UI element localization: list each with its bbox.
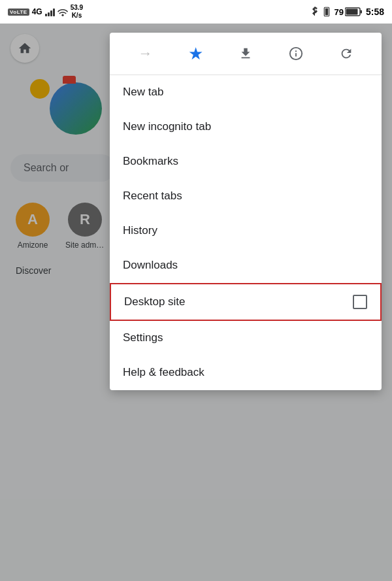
download-icon [238,46,253,61]
menu-item-bookmarks[interactable]: Bookmarks [110,144,382,179]
desktop-site-label: Desktop site [124,295,186,308]
info-icon [289,46,303,61]
status-bar: VoLTE 4G 53.9 K/s 79 [0,0,392,24]
time: 5:58 [366,7,384,17]
battery-percent: 79 [335,7,344,17]
info-button[interactable] [283,41,309,67]
svg-rect-3 [346,9,357,15]
svg-rect-4 [360,10,362,14]
recent-tabs-label: Recent tabs [123,190,182,203]
menu-item-recent-tabs[interactable]: Recent tabs [110,179,382,214]
battery-indicator: 79 [335,7,362,17]
history-label: History [123,224,157,237]
new-incognito-tab-label: New incognito tab [123,120,211,133]
desktop-site-checkbox[interactable] [353,295,367,309]
data-speed: 53.9 K/s [71,4,83,20]
menu-item-settings[interactable]: Settings [110,321,382,356]
menu-item-help-feedback[interactable]: Help & feedback [110,356,382,390]
status-right: 79 5:58 [311,7,385,17]
forward-button[interactable]: → [132,41,158,67]
refresh-button[interactable] [333,41,359,67]
menu-item-new-tab[interactable]: New tab [110,75,382,110]
settings-label: Settings [123,331,163,344]
svg-rect-1 [325,8,328,16]
menu-toolbar: → ★ [110,33,382,75]
status-left: VoLTE 4G 53.9 K/s [8,4,83,20]
menu-item-history[interactable]: History [110,214,382,248]
wifi-icon [57,7,68,16]
signal-icon [45,7,55,16]
menu-item-new-incognito-tab[interactable]: New incognito tab [110,110,382,144]
bluetooth-icon [311,7,319,17]
vibrate-icon [323,7,331,17]
network-type: 4G [32,7,42,16]
battery-icon [345,7,362,16]
downloads-label: Downloads [123,259,178,272]
menu-item-downloads[interactable]: Downloads [110,248,382,283]
dropdown-menu: → ★ New tab New incognito tab [110,33,382,390]
menu-item-desktop-site[interactable]: Desktop site [110,283,382,321]
volte-badge: VoLTE [8,8,29,16]
forward-icon: → [138,45,152,62]
help-feedback-label: Help & feedback [123,366,204,379]
bookmarks-label: Bookmarks [123,155,178,168]
new-tab-label: New tab [123,86,163,99]
bookmark-icon: ★ [188,44,203,64]
bookmark-button[interactable]: ★ [182,41,208,67]
refresh-icon [339,46,353,61]
download-button[interactable] [233,41,259,67]
